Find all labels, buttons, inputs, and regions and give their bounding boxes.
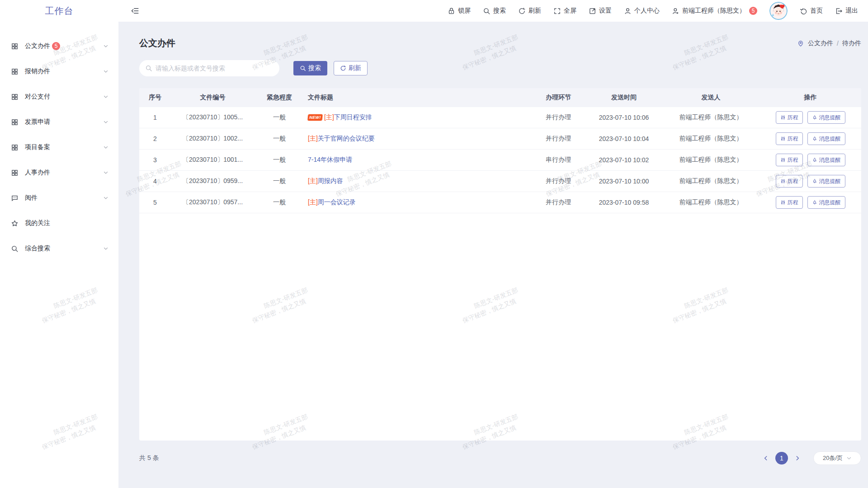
doc-title-cell: [主]周一会议记录 <box>304 198 531 206</box>
table-row: 2 〔20230710〕1002... 一般 [主]关于官网的会议纪要 并行办理… <box>139 128 861 150</box>
notify-button[interactable]: 消息提醒 <box>807 111 845 124</box>
notify-button[interactable]: 消息提醒 <box>807 175 845 188</box>
process-step: 并行办理 <box>531 198 585 206</box>
home-button[interactable]: 首页 <box>800 7 823 15</box>
sidebar-item-0[interactable]: 公文办件 5 <box>0 33 118 59</box>
search-input[interactable] <box>139 60 279 76</box>
settings-button[interactable]: 设置 <box>589 7 612 15</box>
logout-button[interactable]: 退出 <box>835 7 858 15</box>
sidebar-item-label: 我的关注 <box>25 219 50 227</box>
sender: 前端工程师（陈思文） <box>662 135 760 143</box>
topbar: 工作台 锁屏 搜索 <box>0 0 868 22</box>
edit-square-icon <box>589 7 596 15</box>
col-title: 文件标题 <box>304 94 531 102</box>
sidebar-collapse-button[interactable] <box>131 7 139 15</box>
sidebar-item-1[interactable]: 报销办件 <box>0 59 118 84</box>
col-sender: 发送人 <box>662 94 760 102</box>
refresh-list-button[interactable]: 刷新 <box>334 61 368 75</box>
table-header: 序号 文件编号 紧急程度 文件标题 办理环节 发送时间 发送人 操作 <box>139 88 861 107</box>
table-row: 5 〔20230710〕0957... 一般 [主]周一会议记录 并行办理 20… <box>139 192 861 213</box>
history-button[interactable]: 历程 <box>776 111 803 124</box>
row-actions: 历程 消息提醒 <box>760 175 861 188</box>
page-size-value: 20条/页 <box>823 454 843 462</box>
doc-title-link[interactable]: [主]周一会议记录 <box>308 198 356 206</box>
pagination: 1 20条/页 <box>761 451 861 465</box>
urgency: 一般 <box>255 156 304 164</box>
current-user-label: 前端工程师（陈思文） <box>682 7 745 15</box>
doc-title-link[interactable]: [主]周报内容 <box>308 177 343 185</box>
notify-button[interactable]: 消息提醒 <box>807 196 845 209</box>
main-content: 公文办件 公文办件 / 待办件 搜索 <box>118 22 868 488</box>
history-button[interactable]: 历程 <box>776 175 803 188</box>
row-actions: 历程 消息提醒 <box>760 111 861 124</box>
doc-title-link[interactable]: 7-14年休假申请 <box>308 156 352 164</box>
sidebar-item-8[interactable]: 综合搜索 <box>0 236 118 261</box>
sender: 前端工程师（陈思文） <box>662 156 760 164</box>
bell-icon <box>812 200 817 205</box>
current-user[interactable]: 前端工程师（陈思文） 5 <box>672 7 757 15</box>
prev-page-button[interactable] <box>761 453 771 463</box>
sidebar-item-label: 发票申请 <box>25 118 50 126</box>
lock-screen-button[interactable]: 锁屏 <box>448 7 471 15</box>
refresh-list-label: 刷新 <box>349 64 361 72</box>
total-count: 共 5 条 <box>139 454 159 462</box>
fullscreen-icon <box>553 7 561 15</box>
lock-icon <box>448 7 455 15</box>
sidebar-item-6[interactable]: 阅件 <box>0 185 118 211</box>
urgency: 一般 <box>255 113 304 122</box>
star-icon <box>11 220 19 227</box>
bell-icon <box>812 115 817 120</box>
lock-screen-label: 锁屏 <box>458 7 471 15</box>
notify-button[interactable]: 消息提醒 <box>807 132 845 145</box>
doc-title-link[interactable]: [主]关于官网的会议纪要 <box>308 135 375 143</box>
sidebar-item-5[interactable]: 人事办件 <box>0 160 118 185</box>
history-button[interactable]: 历程 <box>776 154 803 166</box>
history-button[interactable]: 历程 <box>776 196 803 209</box>
logo-area: 工作台 <box>0 5 118 17</box>
fullscreen-label: 全屏 <box>564 7 576 15</box>
home-label: 首页 <box>810 7 823 15</box>
user-notification-badge: 5 <box>749 7 757 15</box>
sidebar-item-2[interactable]: 对公支付 <box>0 84 118 109</box>
col-step: 办理环节 <box>531 94 585 102</box>
col-index: 序号 <box>139 94 171 102</box>
search-button[interactable]: 搜索 <box>293 61 327 75</box>
row-actions: 历程 消息提醒 <box>760 154 861 166</box>
doc-number: 〔20230710〕0957... <box>171 198 255 206</box>
user-icon <box>624 7 632 15</box>
process-step: 并行办理 <box>531 135 585 143</box>
refresh-button[interactable]: 刷新 <box>518 7 541 15</box>
main-doc-tag: [主] <box>308 135 318 143</box>
avatar[interactable] <box>769 2 788 20</box>
sidebar-item-7[interactable]: 我的关注 <box>0 211 118 236</box>
doc-title-link[interactable]: [主]下周日程安排 <box>324 113 372 122</box>
send-time: 2023-07-10 10:06 <box>585 114 662 121</box>
main-doc-tag: [主] <box>308 198 318 206</box>
profile-center-button[interactable]: 个人中心 <box>624 7 660 15</box>
current-page[interactable]: 1 <box>775 452 788 465</box>
history-icon <box>780 115 786 120</box>
user-role-icon <box>672 7 679 15</box>
history-button[interactable]: 历程 <box>776 132 803 145</box>
table-row: 3 〔20230710〕1001... 一般 7-14年休假申请 串行办理 20… <box>139 150 861 171</box>
sidebar-item-3[interactable]: 发票申请 <box>0 109 118 135</box>
breadcrumb-current: 待办件 <box>842 39 861 47</box>
page-size-select[interactable]: 20条/页 <box>813 451 861 465</box>
next-page-button[interactable] <box>793 453 802 463</box>
table-body: 1 〔20230710〕1005... 一般 NEW! [主]下周日程安排 并行… <box>139 107 861 213</box>
main-doc-tag: [主] <box>308 177 318 185</box>
global-search-button[interactable]: 搜索 <box>483 7 506 15</box>
row-index: 3 <box>139 156 171 164</box>
sidebar-item-4[interactable]: 项目备案 <box>0 135 118 160</box>
breadcrumb-root[interactable]: 公文办件 <box>808 39 833 47</box>
process-step: 串行办理 <box>531 156 585 164</box>
location-pin-icon <box>797 40 804 47</box>
search-input-icon <box>145 65 152 72</box>
logout-icon <box>835 7 843 15</box>
sidebar-item-badge: 5 <box>52 42 60 50</box>
chevron-down-icon <box>103 119 108 125</box>
history-icon <box>780 157 786 163</box>
fullscreen-button[interactable]: 全屏 <box>553 7 576 15</box>
notify-button[interactable]: 消息提醒 <box>807 154 845 166</box>
back-home-icon <box>800 7 807 15</box>
